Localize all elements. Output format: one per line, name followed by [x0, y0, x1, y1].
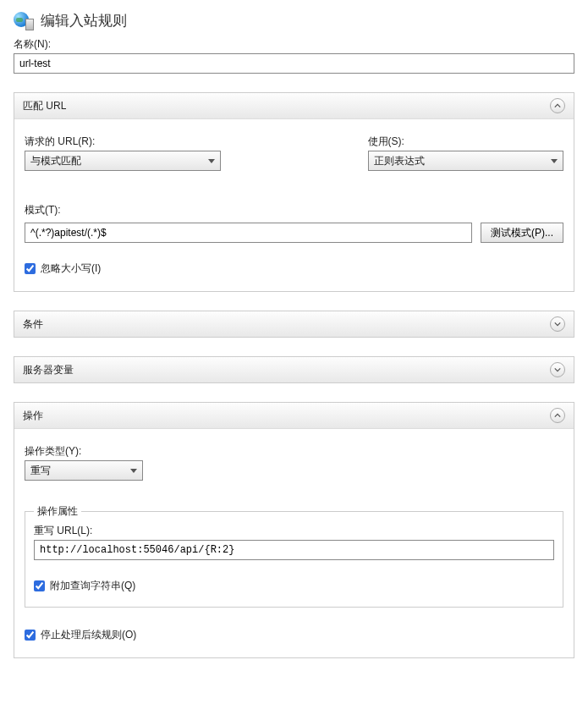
panel-header-action[interactable]: 操作: [14, 403, 574, 429]
name-input[interactable]: [14, 53, 574, 74]
rewrite-url-label: 重写 URL(L):: [34, 524, 554, 538]
using-select[interactable]: 正则表达式: [368, 151, 564, 171]
test-pattern-button[interactable]: 测试模式(P)...: [481, 223, 563, 243]
ignore-case-label: 忽略大小写(I): [41, 261, 101, 276]
panel-header-match-url[interactable]: 匹配 URL: [14, 93, 574, 119]
panel-server-vars: 服务器变量: [14, 356, 574, 383]
requested-url-value: 与模式匹配: [30, 154, 81, 168]
requested-url-label: 请求的 URL(R):: [25, 135, 221, 149]
action-type-select[interactable]: 重写: [25, 460, 143, 481]
stop-processing-label: 停止处理后续规则(O): [41, 628, 136, 642]
expand-icon: [550, 316, 565, 332]
stop-processing-checkbox[interactable]: [25, 630, 36, 641]
action-properties-legend: 操作属性: [34, 504, 81, 519]
iis-url-rewrite-icon: [14, 10, 34, 30]
using-label: 使用(S):: [368, 135, 564, 149]
name-label: 名称(N):: [14, 37, 574, 52]
chevron-down-icon: [208, 159, 215, 163]
panel-conditions: 条件: [14, 311, 574, 338]
pattern-input[interactable]: [25, 223, 472, 243]
panel-header-server-vars[interactable]: 服务器变量: [14, 357, 574, 382]
append-querystring-checkbox[interactable]: [34, 580, 45, 591]
panel-title-conditions: 条件: [23, 317, 43, 332]
chevron-down-icon: [130, 469, 137, 473]
action-properties-fieldset: 操作属性 重写 URL(L): 附加查询字符串(Q): [25, 511, 563, 608]
panel-action: 操作 操作类型(Y): 重写 操作属性 重写 URL(L): 附加查询字符串(Q…: [14, 402, 574, 658]
pattern-label: 模式(T):: [25, 203, 563, 217]
panel-title-action: 操作: [23, 409, 43, 423]
panel-header-conditions[interactable]: 条件: [14, 311, 574, 337]
chevron-down-icon: [551, 159, 558, 163]
panel-match-url: 匹配 URL 请求的 URL(R): 与模式匹配 使用(S):: [14, 92, 574, 292]
collapse-icon: [550, 98, 565, 113]
using-value: 正则表达式: [374, 154, 425, 168]
panel-title-match-url: 匹配 URL: [23, 99, 66, 113]
page-title: 编辑入站规则: [41, 11, 127, 30]
expand-icon: [550, 362, 565, 377]
ignore-case-checkbox[interactable]: [25, 263, 36, 274]
requested-url-select[interactable]: 与模式匹配: [25, 151, 221, 171]
rewrite-url-input[interactable]: [34, 540, 554, 560]
action-type-value: 重写: [30, 464, 51, 478]
panel-title-server-vars: 服务器变量: [23, 363, 74, 377]
collapse-icon: [550, 408, 565, 423]
append-querystring-label: 附加查询字符串(Q): [50, 579, 135, 593]
action-type-label: 操作类型(Y):: [25, 444, 563, 459]
